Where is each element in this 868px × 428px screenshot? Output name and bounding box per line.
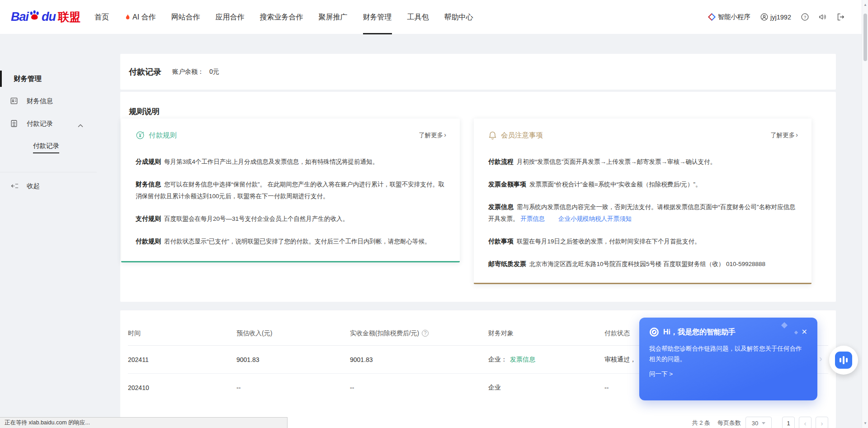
- flame-icon: [124, 14, 131, 21]
- logo-text-union: 联盟: [58, 10, 80, 24]
- rules-cards: 付款规则 了解更多› 分成规则每月第3或4个工作日产出上月分成信息及发票信息，如…: [121, 119, 811, 284]
- nav-item-screen-promotion[interactable]: 聚屏推广: [311, 0, 355, 34]
- pagination: 共 2 条 每页条数 30 1 ‹ ›: [692, 417, 828, 428]
- logo-text-du: du: [42, 10, 56, 24]
- sidebar-section-finance-management: 财务管理: [0, 71, 97, 87]
- user-icon: [760, 13, 768, 21]
- scroll-down-arrow-icon[interactable]: ▼: [862, 421, 868, 425]
- invoice-info-table-link[interactable]: 发票信息: [510, 356, 535, 363]
- mini-program-link[interactable]: 智能小程序: [708, 13, 751, 21]
- account-balance-value: 0元: [209, 68, 219, 76]
- rule-paragraph: 支付规则百度联盟会在每月20号—31号支付企业会员上个自然月产生的收入。: [136, 213, 446, 225]
- sidebar: 财务管理 财务信息 付款记录 付款记录: [0, 34, 97, 428]
- column-header-time: 时间: [128, 329, 236, 338]
- announcement-button[interactable]: [819, 13, 827, 21]
- per-page-select[interactable]: 30: [745, 417, 772, 428]
- assistant-title: Hi，我是您的智能助手: [663, 328, 736, 337]
- member-notice-more-link[interactable]: 了解更多›: [770, 131, 798, 139]
- chevron-up-icon[interactable]: [78, 121, 83, 129]
- column-header-finance-object: 财务对象: [488, 329, 604, 338]
- baidu-union-logo[interactable]: Bai du 联盟: [11, 10, 80, 25]
- collapse-icon: [11, 182, 19, 191]
- nav-item-toolkit[interactable]: 工具包: [400, 0, 437, 34]
- assistant-popup: Hi，我是您的智能助手 ✕ 我会帮助您诊断合作链路问题，以及解答您关于任何合作相…: [639, 318, 817, 400]
- bell-icon: [488, 131, 497, 140]
- column-header-actual-amount: 实收金额(扣除税费后/元)?: [350, 329, 488, 338]
- next-page-button[interactable]: ›: [816, 417, 828, 428]
- notice-paragraph: 发票金额事项发票票面“价税合计”金额=系统中“实收金额（扣除税费后/元）”。: [488, 178, 798, 190]
- payment-rules-more-link[interactable]: 了解更多›: [419, 131, 446, 139]
- notice-paragraph: 付款事项联盟在每月19日之后签收的发票，付款时间安排在下个月首批支付。: [488, 235, 798, 247]
- paw-icon: [29, 10, 41, 20]
- user-account[interactable]: jyj1992: [760, 13, 791, 21]
- rules-section-title: 规则说明: [129, 106, 160, 117]
- scrollbar-thumb[interactable]: [863, 14, 867, 61]
- help-icon: ?: [801, 13, 809, 21]
- notice-paragraph: 邮寄纸质发票北京市海淀区西北旺东路10号院百度科技园5号楼 百度联盟财务组（收）…: [488, 258, 798, 270]
- notice-paragraph: 付款流程月初按“发票信息”页面开具发票→上传发票→邮寄发票→审核→确认支付。: [488, 156, 798, 168]
- member-notice-title: 会员注意事项: [501, 131, 543, 140]
- coin-yuan-icon: [136, 131, 145, 140]
- column-header-estimated-income: 预估收入(元): [236, 329, 350, 338]
- sidebar-item-finance-info[interactable]: 财务信息: [0, 93, 97, 109]
- notice-paragraph: 发票信息需与系统内发票信息内容完全一致，否则无法支付。请根据发票信息页面中“百度…: [488, 201, 798, 225]
- page-title: 付款记录: [129, 67, 161, 77]
- cell-estimated: 9001.83: [236, 356, 350, 363]
- invoice-info-link[interactable]: 开票信息: [520, 215, 545, 222]
- assistant-bot-icon: [835, 352, 852, 369]
- nav-item-search-cooperation[interactable]: 搜索业务合作: [252, 0, 311, 34]
- nav-item-home[interactable]: 首页: [87, 0, 117, 34]
- account-balance-label: 账户余额：: [172, 68, 204, 76]
- total-count: 共 2 条: [692, 419, 710, 427]
- rule-paragraph: 分成规则每月第3或4个工作日产出上月分成信息及发票信息，如有特殊情况将提前通知。: [136, 156, 446, 168]
- cell-finance-object: 企业：发票信息: [488, 356, 604, 364]
- payment-rules-title: 付款规则: [149, 131, 177, 140]
- chevron-down-icon: [762, 422, 765, 424]
- topbar-right: 智能小程序 jyj1992 ?: [698, 13, 844, 21]
- payment-records-summary-panel: 付款记录 账户余额： 0元: [120, 54, 836, 90]
- payment-rules-card: 付款规则 了解更多› 分成规则每月第3或4个工作日产出上月分成信息及发票信息，如…: [121, 119, 460, 262]
- member-notice-body: 付款流程月初按“发票信息”页面开具发票→上传发票→邮寄发票→审核→确认支付。 发…: [488, 156, 798, 270]
- small-taxpayer-notice-link[interactable]: 企业小规模纳税人开票须知: [558, 215, 632, 222]
- chevron-right-icon: ›: [444, 131, 446, 138]
- vertical-scrollbar[interactable]: ▲ ▼: [862, 0, 868, 428]
- rule-paragraph: 付款规则若付款状态显示“已支付”，说明联盟已安排了您的付款。支付后三个工作日内到…: [136, 235, 446, 247]
- scroll-up-arrow-icon[interactable]: ▲: [862, 3, 868, 7]
- cell-actual: --: [350, 384, 488, 391]
- speaker-icon: [819, 13, 827, 21]
- nav-item-help-center[interactable]: 帮助中心: [437, 0, 481, 34]
- logout-icon: [837, 13, 844, 21]
- sidebar-collapse-button[interactable]: 收起: [0, 178, 97, 194]
- payment-record-icon: [10, 119, 18, 129]
- rule-paragraph: 财务信息您可以在财务信息中选择“保留付款”。 在此期间您产生的收入将在账户内进行…: [136, 178, 446, 202]
- payment-rules-body: 分成规则每月第3或4个工作日产出上月分成信息及发票信息，如有特殊情况将提前通知。…: [136, 156, 446, 247]
- cell-finance-object: 企业: [488, 384, 604, 392]
- member-notice-card: 会员注意事项 了解更多› 付款流程月初按“发票信息”页面开具发票→上传发票→邮寄…: [474, 119, 811, 284]
- sidebar-subitem-payment-records[interactable]: 付款记录: [33, 142, 59, 150]
- nav-item-ai-cooperation[interactable]: AI 合作: [117, 0, 164, 34]
- top-navigation-bar: Bai du 联盟 首页 AI 合作 网站合作 应用合作 搜索业务合作 聚屏推广…: [0, 0, 868, 34]
- finance-info-icon: [10, 97, 18, 107]
- help-button[interactable]: ?: [801, 13, 809, 21]
- page-number-button[interactable]: 1: [782, 417, 795, 428]
- svg-text:?: ?: [804, 15, 806, 19]
- assistant-floating-button[interactable]: [829, 346, 858, 375]
- sidebar-divider: [0, 172, 97, 172]
- chevron-right-icon[interactable]: ›: [819, 353, 822, 364]
- payment-rules-card-header: 付款规则 了解更多›: [136, 130, 446, 140]
- member-notice-card-header: 会员注意事项 了解更多›: [488, 130, 798, 140]
- active-section-indicator: [0, 71, 2, 87]
- previous-page-button[interactable]: ‹: [799, 417, 811, 428]
- cell-actual: 9001.83: [350, 356, 488, 363]
- logout-button[interactable]: [837, 13, 844, 21]
- nav-item-finance-management[interactable]: 财务管理: [355, 0, 400, 34]
- close-icon[interactable]: ✕: [802, 328, 807, 336]
- assistant-ask-button[interactable]: 问一下 >: [649, 370, 807, 378]
- sidebar-item-payment-records[interactable]: 付款记录: [0, 116, 97, 131]
- nav-item-website-cooperation[interactable]: 网站合作: [164, 0, 208, 34]
- tooltip-help-icon[interactable]: ?: [422, 330, 429, 337]
- per-page-label: 每页条数: [717, 419, 741, 427]
- nav-item-app-cooperation[interactable]: 应用合作: [208, 0, 252, 34]
- cell-estimated: --: [236, 384, 350, 391]
- browser-status-bar: 正在等待 xlab.baidu.com 的响应...: [0, 417, 288, 428]
